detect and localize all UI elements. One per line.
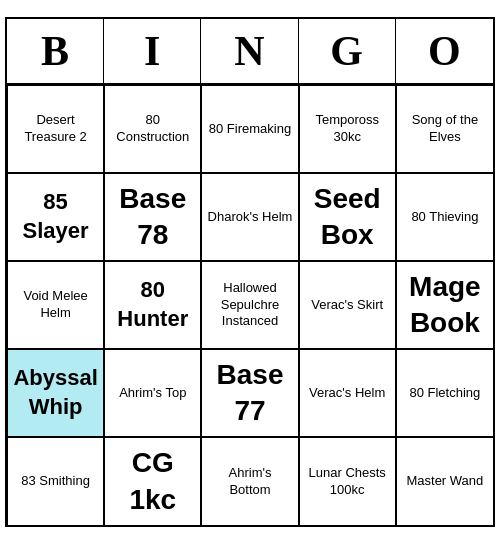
bingo-cell-15: Abyssal Whip [7,349,104,437]
bingo-cell-2: 80 Firemaking [201,85,298,173]
cell-text-3: Tempoross 30kc [304,90,391,168]
cell-text-21: CG 1kc [109,442,196,521]
cell-text-12: Hallowed Sepulchre Instanced [206,266,293,344]
cell-text-22: Ahrim's Bottom [206,442,293,521]
cell-text-24: Master Wand [401,442,489,521]
cell-text-5: 85 Slayer [12,178,99,256]
cell-text-14: Mage Book [401,266,489,344]
bingo-cell-16: Ahrim's Top [104,349,201,437]
cell-text-11: 80 Hunter [109,266,196,344]
cell-text-1: 80 Construction [109,90,196,168]
bingo-cell-18: Verac's Helm [299,349,396,437]
bingo-cell-11: 80 Hunter [104,261,201,349]
bingo-cell-8: Seed Box [299,173,396,261]
bingo-cell-6: Base 78 [104,173,201,261]
bingo-cell-19: 80 Fletching [396,349,493,437]
cell-text-15: Abyssal Whip [12,354,99,432]
bingo-letter-g: G [299,19,396,83]
cell-text-20: 83 Smithing [12,442,99,521]
cell-text-6: Base 78 [109,178,196,256]
bingo-letter-b: B [7,19,104,83]
bingo-cell-10: Void Melee Helm [7,261,104,349]
bingo-cell-9: 80 Thieving [396,173,493,261]
cell-text-19: 80 Fletching [401,354,489,432]
bingo-cell-20: 83 Smithing [7,437,104,525]
bingo-cell-1: 80 Construction [104,85,201,173]
bingo-grid: Desert Treasure 280 Construction80 Firem… [7,85,493,525]
cell-text-13: Verac's Skirt [304,266,391,344]
bingo-cell-23: Lunar Chests 100kc [299,437,396,525]
bingo-cell-5: 85 Slayer [7,173,104,261]
cell-text-16: Ahrim's Top [109,354,196,432]
cell-text-7: Dharok's Helm [206,178,293,256]
bingo-card: BINGO Desert Treasure 280 Construction80… [5,17,495,527]
bingo-cell-21: CG 1kc [104,437,201,525]
cell-text-17: Base 77 [206,354,293,432]
cell-text-4: Song of the Elves [401,90,489,168]
cell-text-23: Lunar Chests 100kc [304,442,391,521]
bingo-cell-22: Ahrim's Bottom [201,437,298,525]
bingo-cell-4: Song of the Elves [396,85,493,173]
cell-text-8: Seed Box [304,178,391,256]
bingo-cell-24: Master Wand [396,437,493,525]
bingo-header: BINGO [7,19,493,85]
cell-text-18: Verac's Helm [304,354,391,432]
cell-text-2: 80 Firemaking [206,90,293,168]
cell-text-0: Desert Treasure 2 [12,90,99,168]
cell-text-9: 80 Thieving [401,178,489,256]
bingo-letter-i: I [104,19,201,83]
bingo-cell-14: Mage Book [396,261,493,349]
bingo-cell-3: Tempoross 30kc [299,85,396,173]
bingo-cell-12: Hallowed Sepulchre Instanced [201,261,298,349]
bingo-cell-13: Verac's Skirt [299,261,396,349]
bingo-cell-0: Desert Treasure 2 [7,85,104,173]
bingo-cell-17: Base 77 [201,349,298,437]
bingo-cell-7: Dharok's Helm [201,173,298,261]
bingo-letter-o: O [396,19,493,83]
cell-text-10: Void Melee Helm [12,266,99,344]
bingo-letter-n: N [201,19,298,83]
